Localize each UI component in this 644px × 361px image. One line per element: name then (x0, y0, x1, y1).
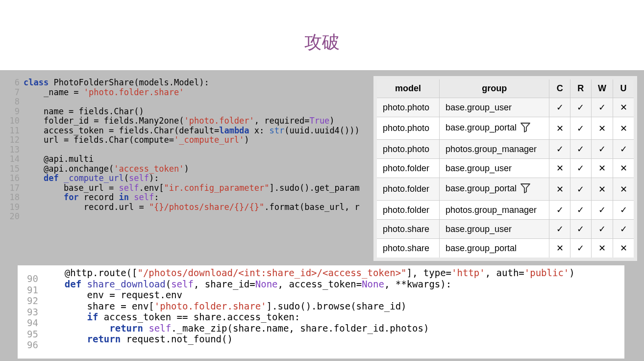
cell-perm-u: ✕ (613, 178, 636, 201)
cell-group: base.group_user (439, 159, 549, 178)
table-header-w: W (591, 78, 613, 98)
cell-perm-r: ✓ (570, 159, 592, 178)
cell-perm-w: ✓ (591, 201, 613, 220)
cell-perm-r: ✓ (570, 178, 592, 201)
cell-perm-r: ✓ (570, 239, 592, 259)
cell-perm-r: ✓ (570, 140, 592, 159)
cell-perm-w: ✕ (591, 117, 613, 140)
cell-perm-w: ✓ (591, 220, 613, 239)
cell-model: photo.photo (375, 117, 440, 140)
cell-perm-u: ✓ (613, 140, 636, 159)
table-row: photo.photobase.group_user✓✓✓✕ (375, 98, 636, 117)
cell-perm-u: ✕ (613, 159, 636, 178)
cell-group: base.group_portal (439, 178, 549, 201)
cell-group: base.group_user (439, 98, 549, 117)
table-row: photo.folderbase.group_portal✕✓✕✕ (375, 178, 636, 201)
cell-model: photo.folder (375, 178, 440, 201)
funnel-icon (520, 182, 531, 196)
code-lines: class PhotoFolderShare(models.Model): _n… (24, 70, 360, 230)
cell-model: photo.folder (375, 159, 440, 178)
slide-title: 攻破 (0, 0, 644, 54)
cell-perm-c: ✓ (549, 98, 570, 117)
cell-perm-c: ✓ (549, 220, 570, 239)
table-row: photo.photophotos.group_manager✓✓✓✓ (375, 140, 636, 159)
table-header-u: U (613, 78, 636, 98)
cell-group: base.group_portal (439, 239, 549, 259)
code-lines: @http.route(["/photos/download/<int:shar… (42, 265, 575, 359)
cell-perm-r: ✓ (570, 117, 592, 140)
cell-model: photo.share (375, 239, 440, 259)
cell-perm-c: ✕ (549, 239, 570, 259)
permissions-table: modelgroupCRWU photo.photobase.group_use… (373, 76, 637, 261)
cell-model: photo.share (375, 220, 440, 239)
table-row: photo.sharebase.group_portal✕✓✕✕ (375, 239, 636, 259)
cell-model: photo.folder (375, 201, 440, 220)
slide: 攻破 6 7 8 9 10 11 12 13 14 15 16 17 18 19… (0, 0, 644, 361)
cell-perm-c: ✓ (549, 140, 570, 159)
cell-model: photo.photo (375, 98, 440, 117)
cell-group: photos.group_manager (439, 201, 549, 220)
cell-perm-r: ✓ (570, 98, 592, 117)
table-row: photo.sharebase.group_user✓✓✓✓ (375, 220, 636, 239)
table-header-row: modelgroupCRWU (375, 78, 636, 98)
cell-perm-r: ✓ (570, 201, 592, 220)
funnel-icon (520, 121, 531, 135)
cell-group: base.group_user (439, 220, 549, 239)
line-number-gutter: 6 7 8 9 10 11 12 13 14 15 16 17 18 19 20 (0, 70, 24, 230)
line-number-gutter: 90 91 92 93 94 95 96 (18, 265, 42, 359)
table-header-model: model (375, 78, 440, 98)
cell-perm-w: ✓ (591, 98, 613, 117)
cell-model: photo.photo (375, 140, 440, 159)
cell-perm-u: ✕ (613, 117, 636, 140)
cell-perm-u: ✕ (613, 239, 636, 259)
cell-perm-c: ✓ (549, 201, 570, 220)
code-block-model: 6 7 8 9 10 11 12 13 14 15 16 17 18 19 20… (0, 70, 372, 230)
table-row: photo.photobase.group_portal✕✓✕✕ (375, 117, 636, 140)
cell-perm-c: ✕ (549, 117, 570, 140)
cell-group: base.group_portal (439, 117, 549, 140)
cell-group: photos.group_manager (439, 140, 549, 159)
table-row: photo.folderbase.group_user✕✓✕✕ (375, 159, 636, 178)
cell-perm-u: ✓ (613, 201, 636, 220)
cell-perm-w: ✓ (591, 140, 613, 159)
cell-perm-u: ✕ (613, 98, 636, 117)
table-header-r: R (570, 78, 592, 98)
code-block-controller: 90 91 92 93 94 95 96 @http.route(["/phot… (18, 265, 624, 359)
cell-perm-w: ✕ (591, 239, 613, 259)
cell-perm-w: ✕ (591, 159, 613, 178)
cell-perm-c: ✕ (549, 178, 570, 201)
table-row: photo.folderphotos.group_manager✓✓✓✓ (375, 201, 636, 220)
cell-perm-c: ✕ (549, 159, 570, 178)
table-header-group: group (439, 78, 549, 98)
table-body: photo.photobase.group_user✓✓✓✕photo.phot… (375, 98, 636, 259)
table-header-c: C (549, 78, 570, 98)
cell-perm-r: ✓ (570, 220, 592, 239)
cell-perm-u: ✓ (613, 220, 636, 239)
cell-perm-w: ✕ (591, 178, 613, 201)
